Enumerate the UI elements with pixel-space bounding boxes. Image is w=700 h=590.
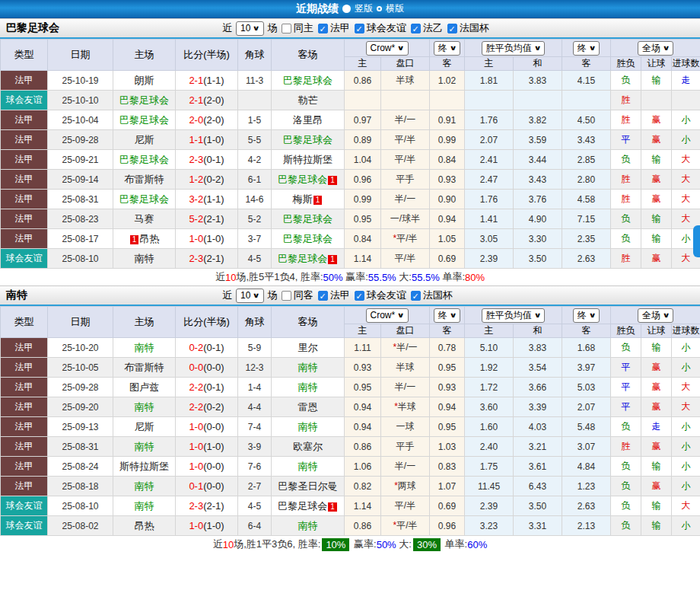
asia-final-select[interactable]: 终∨ <box>434 41 460 56</box>
col-euro-away: 客 <box>562 57 611 71</box>
handicap-cell: *两球 <box>381 477 430 496</box>
col-asia-home: 主 <box>345 324 381 338</box>
euro-odds-cell: 3.50 <box>514 249 562 269</box>
chevron-down-icon: ∨ <box>253 292 260 299</box>
filter-checkbox[interactable]: ✓ <box>355 24 364 33</box>
result-label: 负 <box>622 75 631 85</box>
asia-final-select[interactable]: 终∨ <box>434 308 460 323</box>
score-cell: 5-2(2-1) <box>176 209 238 229</box>
euro-odds-cell: 3.82 <box>514 110 562 130</box>
wdl-average-select[interactable]: 胜平负均值∨ <box>482 308 545 323</box>
result-label: 输 <box>652 500 661 511</box>
scrollbar-thumb[interactable] <box>693 225 700 257</box>
corners-cell: 2-7 <box>238 477 272 496</box>
layout-radio-horizontal[interactable] <box>377 6 382 11</box>
euro-odds-cell: 3.23 <box>465 516 514 536</box>
team-cell: 斯特拉斯堡 <box>272 150 345 170</box>
asia-odds-cell: 0.95 <box>345 378 381 397</box>
asia-odds-cell <box>345 91 381 110</box>
result-cell: 赢 <box>641 358 672 378</box>
match-count-select[interactable]: 10∨ <box>236 289 264 303</box>
euro-odds-cell: 5.48 <box>562 417 611 437</box>
team-cell: 洛里昂 <box>272 110 345 130</box>
match-date: 25-09-21 <box>48 150 113 170</box>
odds-company-select[interactable]: Crow*∨ <box>366 308 409 323</box>
filter-checkbox-label: 球会友谊 <box>367 289 406 302</box>
full-match-select[interactable]: 全场∨ <box>638 41 673 56</box>
col-asia-away: 客 <box>430 324 465 338</box>
fulltime-score: 1-0 <box>189 461 203 472</box>
filter-checkbox[interactable]: ✓ <box>318 24 328 33</box>
match-count-value: 10 <box>240 290 250 301</box>
summary-part: 大: <box>396 270 412 284</box>
euro-final-select[interactable]: 终∨ <box>573 41 600 56</box>
corners-cell: 11-3 <box>238 71 272 91</box>
result-cell: 走 <box>641 417 672 437</box>
euro-odds-cell: 3.21 <box>514 437 562 457</box>
filter-checkbox[interactable] <box>282 24 291 33</box>
col-away: 客场 <box>272 307 345 338</box>
euro-odds-cell: 2.39 <box>465 249 514 269</box>
team-label: 巴黎足球会 <box>119 154 169 165</box>
chevron-down-icon: ∨ <box>533 311 541 319</box>
filter-checkbox[interactable]: ✓ <box>355 291 364 301</box>
result-label: 胜 <box>622 174 631 184</box>
euro-odds-cell: 3.39 <box>514 397 562 417</box>
team-label: 巴黎足球会 <box>119 193 169 205</box>
summary-part: 30% <box>413 538 441 551</box>
layout-radio-vertical[interactable] <box>342 5 351 13</box>
filter-checkbox[interactable]: ✓ <box>447 24 457 33</box>
result-label: 小 <box>682 233 691 244</box>
result-cell: 赢 <box>641 397 672 417</box>
corners-cell: 1-4 <box>238 378 272 397</box>
filter-checkbox[interactable]: ✓ <box>411 24 421 33</box>
summary-part: 场,胜5平1负4, 胜率: <box>236 270 323 284</box>
asia-odds-cell: 0.93 <box>345 358 381 378</box>
result-label: 赢 <box>652 480 661 491</box>
result-label: 输 <box>652 233 661 244</box>
score-cell: 2-3(2-1) <box>176 249 238 269</box>
col-asia-home: 主 <box>345 57 381 71</box>
team-cell: 巴黎足球会1 <box>272 170 345 190</box>
asia-odds-cell: 0.93 <box>430 378 465 397</box>
summary-part: 10 <box>223 539 234 550</box>
team-label: 欧塞尔 <box>293 441 323 452</box>
team-cell: 1昂热 <box>113 229 176 249</box>
asia-odds-cell: 0.96 <box>430 516 465 536</box>
filter-checkbox[interactable] <box>282 291 291 301</box>
match-count-value: 10 <box>240 23 250 33</box>
filter-checkbox[interactable]: ✓ <box>318 291 328 301</box>
asia-odds-cell: 1.02 <box>430 71 465 91</box>
euro-final-select[interactable]: 终∨ <box>573 308 600 323</box>
euro-odds-cell: 3.59 <box>514 130 562 150</box>
filter-checkbox[interactable]: ✓ <box>411 291 421 301</box>
euro-odds-cell: 3.05 <box>465 229 514 249</box>
result-label: 胜 <box>622 441 631 451</box>
result-label: 平 <box>622 381 631 392</box>
result-cell: 赢 <box>641 170 672 190</box>
match-count-select[interactable]: 10∨ <box>236 21 264 36</box>
team-label: 巴黎足球会 <box>283 75 332 86</box>
asia-odds-cell: 0.86 <box>345 71 381 91</box>
match-row: 法甲25-09-13尼斯1-0(0-0)7-4南特0.94一球0.951.604… <box>1 417 700 437</box>
wdl-average-select[interactable]: 胜平负均值∨ <box>482 41 545 56</box>
asia-odds-cell: 0.89 <box>345 130 381 150</box>
result-label: 赢 <box>652 253 661 263</box>
result-label: 小 <box>682 134 691 145</box>
fulltime-score: 1-0 <box>189 520 203 531</box>
col-corners: 角球 <box>238 307 272 338</box>
matches-unit-label: 场 <box>268 289 278 302</box>
full-match-select[interactable]: 全场∨ <box>638 308 673 323</box>
filter-checkbox-label: 法乙 <box>423 21 443 35</box>
euro-odds-cell: 1.68 <box>562 338 611 358</box>
corners-cell: 6-1 <box>238 170 272 190</box>
league-type-cell: 法甲 <box>1 397 48 417</box>
result-label: 大 <box>682 213 691 224</box>
halftime-score: (2-1) <box>203 213 224 225</box>
handicap-cell: 半/一 <box>381 110 430 130</box>
odds-company-select[interactable]: Crow*∨ <box>366 41 409 56</box>
match-row: 法甲25-10-04巴黎足球会2-0(2-0)1-5洛里昂0.97半/一0.91… <box>1 110 700 130</box>
score-cell: 0-1(0-0) <box>176 477 238 496</box>
team-cell: 巴黎圣日尔曼 <box>272 477 345 496</box>
result-cell: 平 <box>611 378 641 397</box>
